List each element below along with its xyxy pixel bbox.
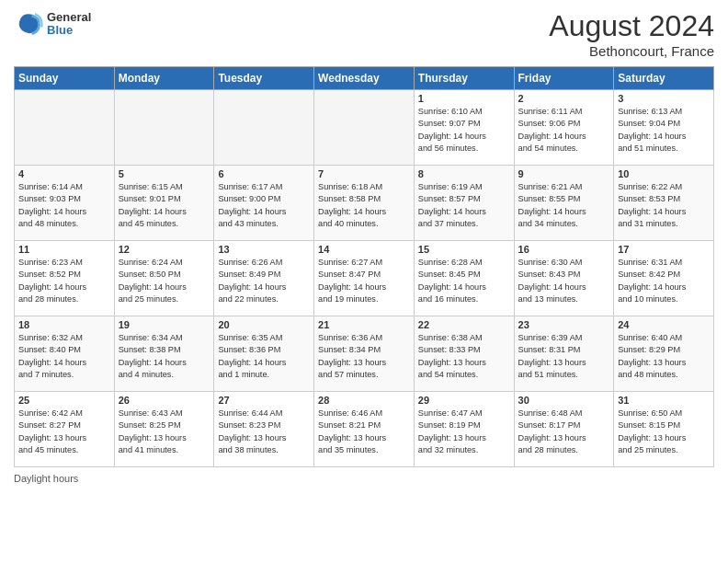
- day-info: Sunrise: 6:27 AM Sunset: 8:47 PM Dayligh…: [318, 257, 410, 305]
- day-info: Sunrise: 6:40 AM Sunset: 8:29 PM Dayligh…: [618, 332, 710, 381]
- logo-text: General Blue: [47, 11, 91, 38]
- day-info: Sunrise: 6:23 AM Sunset: 8:52 PM Dayligh…: [18, 257, 110, 305]
- day-info: Sunrise: 6:38 AM Sunset: 8:33 PM Dayligh…: [418, 332, 510, 381]
- day-number: 18: [18, 319, 110, 330]
- day-number: 8: [418, 168, 510, 179]
- day-info: Sunrise: 6:36 AM Sunset: 8:34 PM Dayligh…: [318, 332, 410, 381]
- calendar-cell-15: 12Sunrise: 6:24 AM Sunset: 8:50 PM Dayli…: [114, 241, 214, 316]
- day-info: Sunrise: 6:18 AM Sunset: 8:58 PM Dayligh…: [318, 181, 410, 230]
- day-info: Sunrise: 6:11 AM Sunset: 9:06 PM Dayligh…: [518, 106, 610, 155]
- month-year: August 2024: [549, 9, 714, 43]
- day-number: 13: [218, 244, 310, 255]
- col-friday: Friday: [514, 67, 614, 90]
- week-row-3: 11Sunrise: 6:23 AM Sunset: 8:52 PM Dayli…: [15, 241, 714, 316]
- day-number: 30: [518, 395, 610, 406]
- day-info: Sunrise: 6:47 AM Sunset: 8:19 PM Dayligh…: [418, 408, 510, 456]
- day-info: Sunrise: 6:15 AM Sunset: 9:01 PM Dayligh…: [119, 181, 210, 230]
- location: Bethoncourt, France: [549, 43, 714, 59]
- day-number: 23: [518, 319, 610, 330]
- day-info: Sunrise: 6:31 AM Sunset: 8:42 PM Dayligh…: [618, 257, 710, 305]
- day-number: 1: [418, 93, 510, 104]
- day-number: 27: [218, 395, 310, 406]
- calendar-cell-32: 29Sunrise: 6:47 AM Sunset: 8:19 PM Dayli…: [414, 392, 514, 467]
- calendar-cell-6: 3Sunrise: 6:13 AM Sunset: 9:04 PM Daylig…: [614, 90, 714, 166]
- day-number: 11: [18, 244, 110, 255]
- calendar-cell-16: 13Sunrise: 6:26 AM Sunset: 8:49 PM Dayli…: [214, 241, 314, 316]
- calendar-cell-5: 2Sunrise: 6:11 AM Sunset: 9:06 PM Daylig…: [514, 90, 614, 166]
- calendar-cell-7: 4Sunrise: 6:14 AM Sunset: 9:03 PM Daylig…: [15, 166, 115, 241]
- day-number: 25: [18, 395, 110, 406]
- day-number: 14: [318, 244, 410, 255]
- calendar-cell-31: 28Sunrise: 6:46 AM Sunset: 8:21 PM Dayli…: [314, 392, 415, 467]
- day-info: Sunrise: 6:13 AM Sunset: 9:04 PM Dayligh…: [618, 106, 710, 155]
- calendar-cell-12: 9Sunrise: 6:21 AM Sunset: 8:55 PM Daylig…: [514, 166, 614, 241]
- day-number: 29: [418, 395, 510, 406]
- day-number: 3: [618, 93, 710, 104]
- day-info: Sunrise: 6:24 AM Sunset: 8:50 PM Dayligh…: [119, 257, 210, 305]
- day-number: 6: [218, 168, 310, 179]
- calendar-cell-10: 7Sunrise: 6:18 AM Sunset: 8:58 PM Daylig…: [314, 166, 415, 241]
- title-block: August 2024 Bethoncourt, France: [549, 9, 714, 59]
- day-info: Sunrise: 6:21 AM Sunset: 8:55 PM Dayligh…: [518, 181, 610, 230]
- logo-blue-text: Blue: [47, 24, 91, 37]
- calendar-cell-22: 19Sunrise: 6:34 AM Sunset: 8:38 PM Dayli…: [114, 316, 214, 392]
- calendar-cell-33: 30Sunrise: 6:48 AM Sunset: 8:17 PM Dayli…: [514, 392, 614, 467]
- calendar-cell-0: [15, 90, 115, 166]
- day-number: 2: [518, 93, 610, 104]
- calendar-cell-2: [214, 90, 314, 166]
- calendar-cell-14: 11Sunrise: 6:23 AM Sunset: 8:52 PM Dayli…: [15, 241, 115, 316]
- header: General Blue August 2024 Bethoncourt, Fr…: [14, 9, 714, 59]
- calendar-cell-17: 14Sunrise: 6:27 AM Sunset: 8:47 PM Dayli…: [314, 241, 415, 316]
- day-number: 19: [119, 319, 210, 330]
- calendar-cell-27: 24Sunrise: 6:40 AM Sunset: 8:29 PM Dayli…: [614, 316, 714, 392]
- footer: Daylight hours: [14, 473, 714, 484]
- calendar-cell-9: 6Sunrise: 6:17 AM Sunset: 9:00 PM Daylig…: [214, 166, 314, 241]
- day-info: Sunrise: 6:30 AM Sunset: 8:43 PM Dayligh…: [518, 257, 610, 305]
- day-info: Sunrise: 6:34 AM Sunset: 8:38 PM Dayligh…: [119, 332, 210, 381]
- day-number: 10: [618, 168, 710, 179]
- col-monday: Monday: [114, 67, 214, 90]
- calendar-cell-30: 27Sunrise: 6:44 AM Sunset: 8:23 PM Dayli…: [214, 392, 314, 467]
- calendar-cell-18: 15Sunrise: 6:28 AM Sunset: 8:45 PM Dayli…: [414, 241, 514, 316]
- col-sunday: Sunday: [15, 67, 115, 90]
- page: General Blue August 2024 Bethoncourt, Fr…: [0, 0, 728, 563]
- day-info: Sunrise: 6:32 AM Sunset: 8:40 PM Dayligh…: [18, 332, 110, 381]
- day-info: Sunrise: 6:26 AM Sunset: 8:49 PM Dayligh…: [218, 257, 310, 305]
- logo-icon: [14, 9, 43, 39]
- calendar-cell-26: 23Sunrise: 6:39 AM Sunset: 8:31 PM Dayli…: [514, 316, 614, 392]
- col-wednesday: Wednesday: [314, 67, 415, 90]
- calendar-cell-1: [114, 90, 214, 166]
- day-info: Sunrise: 6:39 AM Sunset: 8:31 PM Dayligh…: [518, 332, 610, 381]
- calendar-cell-25: 22Sunrise: 6:38 AM Sunset: 8:33 PM Dayli…: [414, 316, 514, 392]
- calendar-header-row: Sunday Monday Tuesday Wednesday Thursday…: [15, 67, 714, 90]
- week-row-4: 18Sunrise: 6:32 AM Sunset: 8:40 PM Dayli…: [15, 316, 714, 392]
- calendar-cell-13: 10Sunrise: 6:22 AM Sunset: 8:53 PM Dayli…: [614, 166, 714, 241]
- calendar-table: Sunday Monday Tuesday Wednesday Thursday…: [14, 66, 714, 467]
- day-number: 9: [518, 168, 610, 179]
- calendar-cell-3: [314, 90, 415, 166]
- day-number: 17: [618, 244, 710, 255]
- day-number: 15: [418, 244, 510, 255]
- logo-general-text: General: [47, 11, 91, 24]
- week-row-5: 25Sunrise: 6:42 AM Sunset: 8:27 PM Dayli…: [15, 392, 714, 467]
- col-saturday: Saturday: [614, 67, 714, 90]
- day-info: Sunrise: 6:42 AM Sunset: 8:27 PM Dayligh…: [18, 408, 110, 456]
- col-tuesday: Tuesday: [214, 67, 314, 90]
- day-number: 21: [318, 319, 410, 330]
- calendar-cell-29: 26Sunrise: 6:43 AM Sunset: 8:25 PM Dayli…: [114, 392, 214, 467]
- calendar-cell-8: 5Sunrise: 6:15 AM Sunset: 9:01 PM Daylig…: [114, 166, 214, 241]
- calendar-cell-11: 8Sunrise: 6:19 AM Sunset: 8:57 PM Daylig…: [414, 166, 514, 241]
- daylight-label: Daylight hours: [14, 473, 78, 484]
- day-info: Sunrise: 6:50 AM Sunset: 8:15 PM Dayligh…: [618, 408, 710, 456]
- day-number: 5: [119, 168, 210, 179]
- day-info: Sunrise: 6:14 AM Sunset: 9:03 PM Dayligh…: [18, 181, 110, 230]
- week-row-2: 4Sunrise: 6:14 AM Sunset: 9:03 PM Daylig…: [15, 166, 714, 241]
- day-number: 7: [318, 168, 410, 179]
- day-info: Sunrise: 6:35 AM Sunset: 8:36 PM Dayligh…: [218, 332, 310, 381]
- week-row-1: 1Sunrise: 6:10 AM Sunset: 9:07 PM Daylig…: [15, 90, 714, 166]
- calendar-cell-20: 17Sunrise: 6:31 AM Sunset: 8:42 PM Dayli…: [614, 241, 714, 316]
- day-info: Sunrise: 6:10 AM Sunset: 9:07 PM Dayligh…: [418, 106, 510, 155]
- calendar-cell-4: 1Sunrise: 6:10 AM Sunset: 9:07 PM Daylig…: [414, 90, 514, 166]
- day-number: 22: [418, 319, 510, 330]
- day-number: 31: [618, 395, 710, 406]
